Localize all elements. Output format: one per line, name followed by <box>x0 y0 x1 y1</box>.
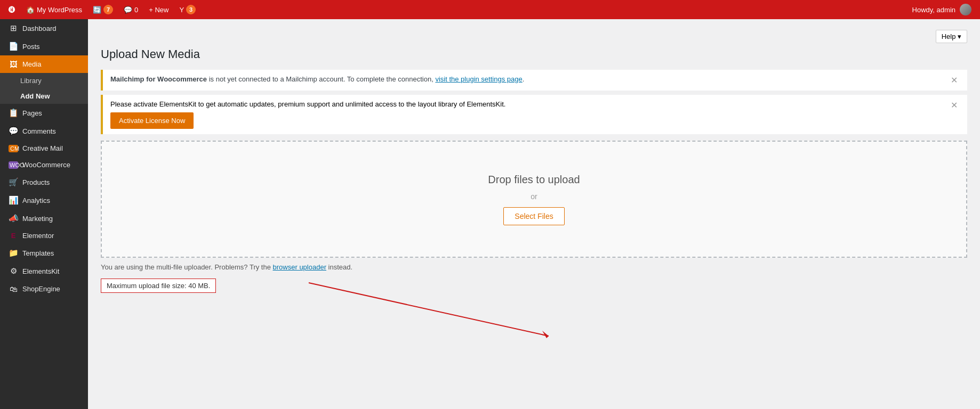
adminbar-new[interactable]: + New <box>144 0 173 19</box>
sidebar: ⊞ Dashboard 📄 Posts 🖼 Media Library Add … <box>0 19 88 409</box>
drop-text: Drop files to upload <box>488 174 580 186</box>
notice-elementskit-text: Please activate ElementsKit to get autom… <box>110 100 505 108</box>
sidebar-label-media: Media <box>22 60 41 68</box>
sidebar-item-products[interactable]: 🛒 Products <box>0 173 88 191</box>
yoast-badge: 3 <box>186 5 196 14</box>
sidebar-item-woocommerce[interactable]: WOO WooCommerce <box>0 157 88 173</box>
svg-line-0 <box>309 283 549 336</box>
select-files-button[interactable]: Select Files <box>503 207 564 225</box>
sidebar-item-media[interactable]: 🖼 Media <box>0 55 88 73</box>
sidebar-item-creativemail[interactable]: CM Creative Mail <box>0 140 88 157</box>
comments-icon: 💬 <box>9 126 18 136</box>
sidebar-item-elementskit[interactable]: ⚙ ElementsKit <box>0 262 88 280</box>
help-btn-wrap: Help ▾ <box>101 30 967 43</box>
main-content: Help ▾ Upload New Media Mailchimp for Wo… <box>88 19 980 409</box>
media-icon: 🖼 <box>9 60 18 69</box>
analytics-icon: 📊 <box>9 195 18 205</box>
notice-mailchimp-text: Mailchimp for Woocommerce is not yet con… <box>110 75 524 83</box>
max-upload-box: Maximum upload file size: 40 MB. <box>101 279 216 293</box>
sidebar-item-pages[interactable]: 📋 Pages <box>0 104 88 122</box>
svg-marker-1 <box>542 331 549 338</box>
sidebar-sub-addnew[interactable]: Add New <box>0 88 88 104</box>
elementskit-icon: ⚙ <box>9 266 18 276</box>
footer-text-after: instead. <box>326 263 352 271</box>
sidebar-label-marketing: Marketing <box>22 215 53 223</box>
notice-mailchimp-mid: is not yet connected to a Mailchimp acco… <box>207 75 435 83</box>
sidebar-label-posts: Posts <box>22 43 40 51</box>
sidebar-item-shopengine[interactable]: 🛍 ShopEngine <box>0 280 88 298</box>
sidebar-label-products: Products <box>22 178 50 186</box>
sidebar-label-dashboard: Dashboard <box>22 24 57 32</box>
site-name: My WordPress <box>37 6 82 14</box>
sidebar-label-shopengine: ShopEngine <box>22 285 60 293</box>
updates-icon: 🔄 <box>93 6 101 14</box>
dashboard-icon: ⊞ <box>9 23 18 33</box>
sidebar-item-marketing[interactable]: 📣 Marketing <box>0 209 88 227</box>
woocommerce-icon: WOO <box>9 161 18 169</box>
sidebar-label-elementskit: ElementsKit <box>22 267 59 275</box>
creativemail-icon: CM <box>9 145 18 152</box>
sidebar-item-templates[interactable]: 📁 Templates <box>0 244 88 262</box>
sidebar-label-woocommerce: WooCommerce <box>22 161 70 169</box>
max-upload-annotation: Maximum upload file size: 40 MB. <box>101 273 967 293</box>
upload-dropzone[interactable]: Drop files to upload or Select Files <box>101 141 967 258</box>
adminbar-updates[interactable]: 🔄 7 <box>89 0 117 19</box>
new-label: + New <box>149 6 168 14</box>
admin-bar: 🅦 🏠 My WordPress 🔄 7 💬 0 + New Y 3 Howdy… <box>0 0 980 19</box>
comments-count: 0 <box>134 6 138 14</box>
adminbar-logo[interactable]: 🅦 <box>4 0 20 19</box>
page-title: Upload New Media <box>101 47 967 61</box>
sidebar-sub-library[interactable]: Library <box>0 73 88 88</box>
sidebar-item-comments[interactable]: 💬 Comments <box>0 122 88 140</box>
upload-footer: You are using the multi-file uploader. P… <box>101 263 967 271</box>
upload-or: or <box>531 192 537 201</box>
posts-icon: 📄 <box>9 42 18 51</box>
yoast-icon: Y <box>179 6 184 14</box>
notice-mailchimp-close[interactable]: ✕ <box>949 75 960 85</box>
sidebar-item-dashboard[interactable]: ⊞ Dashboard <box>0 19 88 37</box>
notice-elementskit: Please activate ElementsKit to get autom… <box>101 95 967 134</box>
adminbar-site[interactable]: 🏠 My WordPress <box>22 0 86 19</box>
max-upload-wrap: Maximum upload file size: 40 MB. <box>101 279 216 293</box>
sidebar-item-posts[interactable]: 📄 Posts <box>0 37 88 55</box>
elementor-icon: E <box>9 232 18 240</box>
pages-icon: 📋 <box>9 108 18 118</box>
help-label: Help ▾ <box>942 32 961 40</box>
adminbar-yoast[interactable]: Y 3 <box>175 0 200 19</box>
sidebar-label-comments: Comments <box>22 127 56 135</box>
notice-elementskit-inner: Please activate ElementsKit to get autom… <box>103 95 967 134</box>
products-icon: 🛒 <box>9 177 18 187</box>
wp-logo-icon: 🅦 <box>9 6 15 14</box>
avatar <box>960 4 971 15</box>
notice-mailchimp-plugin: Mailchimp for Woocommerce <box>110 75 207 83</box>
notice-mailchimp-after: . <box>523 75 525 83</box>
browser-uploader-link[interactable]: browser uploader <box>273 263 326 271</box>
notice-elementskit-content: Please activate ElementsKit to get autom… <box>110 100 505 129</box>
updates-badge: 7 <box>103 5 113 14</box>
templates-icon: 📁 <box>9 248 18 258</box>
sidebar-sub-media: Library Add New <box>0 73 88 104</box>
comments-icon: 💬 <box>124 6 132 14</box>
howdy-text: Howdy, admin <box>912 6 955 14</box>
sidebar-label-analytics: Analytics <box>22 197 50 204</box>
activate-license-button[interactable]: Activate License Now <box>110 112 194 129</box>
notice-mailchimp: Mailchimp for Woocommerce is not yet con… <box>101 70 967 91</box>
notice-elementskit-close[interactable]: ✕ <box>949 100 960 110</box>
sidebar-item-analytics[interactable]: 📊 Analytics <box>0 191 88 209</box>
sidebar-label-templates: Templates <box>22 249 54 257</box>
adminbar-comments[interactable]: 💬 0 <box>119 0 142 19</box>
home-icon: 🏠 <box>26 6 35 14</box>
footer-text-before: You are using the multi-file uploader. P… <box>101 263 273 271</box>
adminbar-right: Howdy, admin <box>912 4 976 15</box>
notice-mailchimp-link[interactable]: visit the plugin settings page <box>435 75 522 83</box>
help-button[interactable]: Help ▾ <box>936 30 967 43</box>
sidebar-label-pages: Pages <box>22 109 42 117</box>
sidebar-item-elementor[interactable]: E Elementor <box>0 227 88 244</box>
marketing-icon: 📣 <box>9 214 18 223</box>
shopengine-icon: 🛍 <box>9 284 18 293</box>
sidebar-label-creativemail: Creative Mail <box>22 144 63 152</box>
sidebar-label-elementor: Elementor <box>22 232 54 240</box>
